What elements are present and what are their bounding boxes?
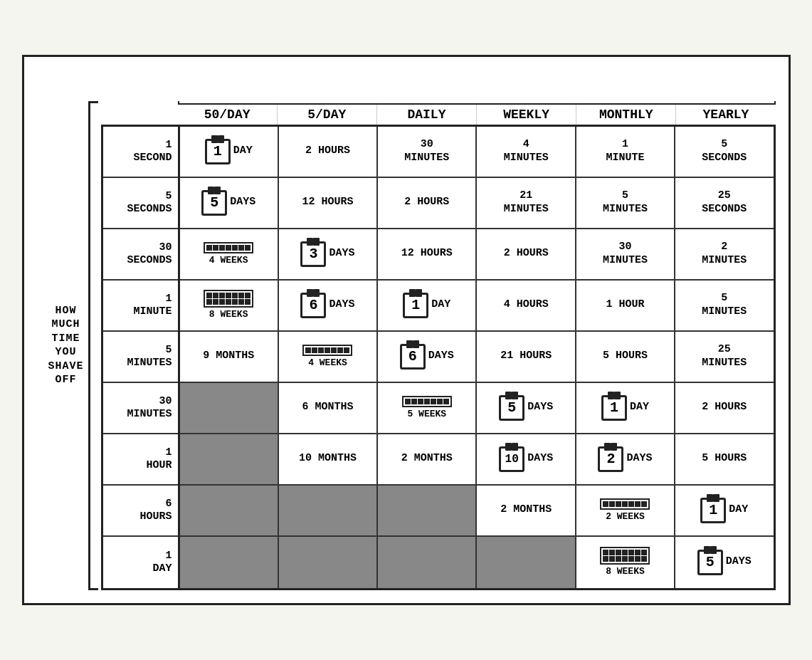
data-cell-8-5: 5DAYS: [675, 537, 773, 588]
data-cell-0-1: 2 HOURS: [279, 127, 378, 177]
data-row-8: 8 WEEKS5DAYS: [180, 537, 774, 588]
data-cell-2-1: 3DAYS: [279, 229, 378, 279]
data-cell-6-2: 2 MONTHS: [378, 434, 477, 484]
col-headers: 50/DAY5/DAYDAILYWEEKLYMONTHLYYEARLY: [178, 101, 776, 125]
row-header-1: 5SECONDS: [103, 178, 178, 229]
row-header-6: 1HOUR: [103, 434, 178, 486]
data-row-2: 4 WEEKS3DAYS12 HOURS2 HOURS30MINUTES2MIN…: [180, 229, 774, 281]
data-cell-2-0: 4 WEEKS: [180, 229, 279, 279]
data-cell-2-4: 30MINUTES: [576, 229, 675, 279]
col-label-2: DAILY: [377, 105, 477, 125]
data-cell-4-1: 4 WEEKS: [279, 332, 378, 382]
data-row-3: 8 WEEKS6DAYS1DAY4 HOURS1 HOUR5MINUTES: [180, 281, 774, 332]
row-header-3: 1MINUTE: [103, 281, 178, 332]
data-cell-1-3: 21MINUTES: [477, 178, 576, 228]
data-row-5: 6 MONTHS5 WEEKS5DAYS1DAY2 HOURS: [180, 383, 774, 434]
data-cell-8-4: 8 WEEKS: [576, 537, 675, 588]
data-cell-0-2: 30MINUTES: [378, 127, 477, 177]
data-grid: 1DAY2 HOURS30MINUTES4MINUTES1MINUTE5SECO…: [180, 127, 774, 588]
col-labels-row: 50/DAY5/DAYDAILYWEEKLYMONTHLYYEARLY: [178, 105, 776, 125]
data-cell-7-2: [378, 486, 477, 535]
data-cell-7-0: [180, 486, 279, 535]
data-cell-5-5: 2 HOURS: [675, 383, 773, 433]
col-label-1: 5/DAY: [278, 105, 377, 125]
data-cell-7-5: 1DAY: [675, 486, 773, 535]
data-cell-6-0: [180, 434, 279, 484]
data-row-6: 10 MONTHS2 MONTHS10DAYS2DAYS5 HOURS: [180, 434, 774, 486]
data-cell-4-0: 9 MONTHS: [180, 332, 279, 382]
data-cell-7-1: [279, 486, 378, 535]
title-line1: [37, 70, 776, 91]
data-cell-0-0: 1DAY: [180, 127, 279, 177]
data-cell-0-4: 1MINUTE: [576, 127, 675, 177]
data-cell-7-3: 2 MONTHS: [477, 486, 576, 535]
col-label-4: MONTHLY: [576, 105, 676, 125]
data-cell-5-4: 1DAY: [576, 383, 675, 433]
data-cell-1-4: 5MINUTES: [576, 178, 675, 228]
row-header-spacer: [101, 101, 178, 125]
grid-area: 1SECOND5SECONDS30SECONDS1MINUTE5MINUTES3…: [101, 125, 776, 590]
chart-outer: HOWMUCHTIMEYOUSHAVEOFF 50/DAY5/DAYDAILYW…: [37, 101, 776, 590]
row-header-7: 6HOURS: [103, 486, 178, 537]
data-cell-5-1: 6 MONTHS: [279, 383, 378, 433]
data-cell-0-5: 5SECONDS: [675, 127, 773, 177]
data-cell-3-2: 1DAY: [378, 281, 477, 330]
data-cell-5-3: 5DAYS: [477, 383, 576, 433]
data-row-4: 9 MONTHS4 WEEKS6DAYS21 HOURS5 HOURS25MIN…: [180, 332, 774, 383]
data-cell-8-0: [180, 537, 279, 588]
data-cell-3-4: 1 HOUR: [576, 281, 675, 330]
data-cell-6-1: 10 MONTHS: [279, 434, 378, 484]
row-header-2: 30SECONDS: [103, 229, 178, 281]
data-row-7: 2 MONTHS2 WEEKS1DAY: [180, 486, 774, 537]
data-cell-6-4: 2DAYS: [576, 434, 675, 484]
data-cell-7-4: 2 WEEKS: [576, 486, 675, 535]
col-label-0: 50/DAY: [178, 105, 278, 125]
data-cell-1-0: 5DAYS: [180, 178, 279, 228]
col-header-row: 50/DAY5/DAYDAILYWEEKLYMONTHLYYEARLY: [101, 101, 776, 125]
data-row-1: 5DAYS12 HOURS2 HOURS21MINUTES5MINUTES25S…: [180, 178, 774, 229]
left-label: HOWMUCHTIMEYOUSHAVEOFF: [48, 304, 83, 387]
data-cell-4-3: 21 HOURS: [477, 332, 576, 382]
data-cell-8-1: [279, 537, 378, 588]
left-bracket: [88, 101, 98, 590]
data-row-0: 1DAY2 HOURS30MINUTES4MINUTES1MINUTE5SECO…: [180, 127, 774, 178]
row-headers-col: 1SECOND5SECONDS30SECONDS1MINUTE5MINUTES3…: [103, 127, 180, 588]
left-label-container: HOWMUCHTIMEYOUSHAVEOFF: [37, 101, 101, 590]
data-cell-6-3: 10DAYS: [477, 434, 576, 484]
chart-right: 50/DAY5/DAYDAILYWEEKLYMONTHLYYEARLY 1SEC…: [101, 101, 776, 590]
data-cell-8-3: [477, 537, 576, 588]
data-cell-0-3: 4MINUTES: [477, 127, 576, 177]
data-cell-6-5: 5 HOURS: [675, 434, 773, 484]
col-label-5: YEARLY: [676, 105, 775, 125]
data-cell-3-1: 6DAYS: [279, 281, 378, 330]
data-cell-8-2: [378, 537, 477, 588]
how-often-label: [178, 101, 776, 105]
row-header-4: 5MINUTES: [103, 332, 178, 383]
data-cell-1-5: 25SECONDS: [675, 178, 773, 228]
row-header-5: 30MINUTES: [103, 383, 178, 434]
data-cell-5-0: [180, 383, 279, 433]
data-cell-4-4: 5 HOURS: [576, 332, 675, 382]
data-cell-4-2: 6DAYS: [378, 332, 477, 382]
row-header-8: 1DAY: [103, 537, 178, 588]
data-cell-4-5: 25MINUTES: [675, 332, 773, 382]
data-cell-3-0: 8 WEEKS: [180, 281, 279, 330]
data-cell-3-5: 5MINUTES: [675, 281, 773, 330]
data-cell-2-3: 2 HOURS: [477, 229, 576, 279]
data-cell-1-1: 12 HOURS: [279, 178, 378, 228]
main-container: HOWMUCHTIMEYOUSHAVEOFF 50/DAY5/DAYDAILYW…: [22, 55, 791, 605]
data-cell-5-2: 5 WEEKS: [378, 383, 477, 433]
data-cell-1-2: 2 HOURS: [378, 178, 477, 228]
col-label-3: WEEKLY: [477, 105, 576, 125]
data-cell-2-2: 12 HOURS: [378, 229, 477, 279]
data-cell-2-5: 2MINUTES: [675, 229, 773, 279]
data-cell-3-3: 4 HOURS: [477, 281, 576, 330]
row-header-0: 1SECOND: [103, 127, 178, 178]
